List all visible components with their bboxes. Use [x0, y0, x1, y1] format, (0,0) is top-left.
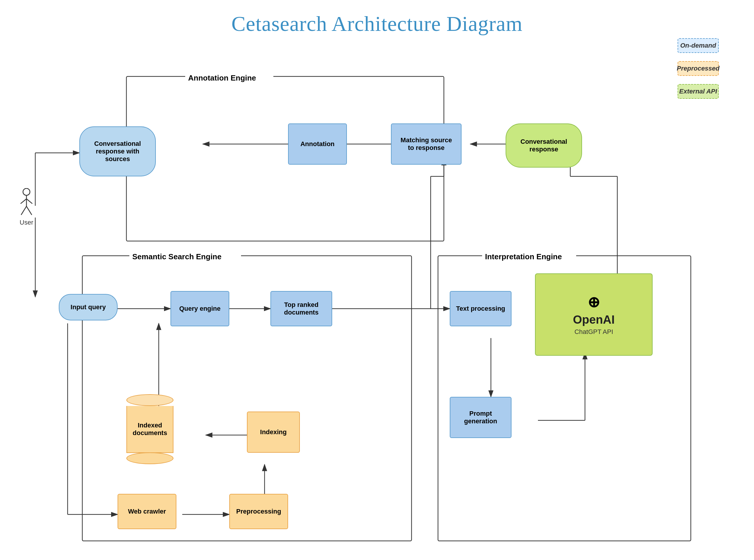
- legend-external: External API: [677, 84, 719, 99]
- conversational-response: Conversational response: [506, 123, 582, 167]
- legend-preprocessed-box: Preprocessed: [677, 61, 719, 76]
- legend-external-box: External API: [677, 84, 719, 99]
- text-processing-box: Text processing: [450, 291, 511, 326]
- legend-ondemand-box: On-demand: [677, 38, 719, 53]
- conversational-response-sources: Conversational response with sources: [79, 126, 156, 176]
- page-title: Cetasearch Architecture Diagram: [0, 0, 754, 36]
- svg-line-34: [21, 199, 26, 203]
- user-label: User: [20, 219, 33, 226]
- input-query: Input query: [59, 294, 118, 320]
- svg-line-37: [26, 206, 32, 215]
- user-figure: User: [18, 188, 35, 226]
- annotation-box: Annotation: [288, 123, 347, 165]
- legend: On-demand Preprocessed External API: [677, 38, 719, 99]
- openai-box: ⊕ OpenAI ChatGPT API: [535, 273, 653, 356]
- svg-line-35: [26, 199, 32, 203]
- query-engine-box: Query engine: [170, 291, 229, 326]
- preprocessing-box: Preprocessing: [229, 494, 288, 529]
- indexing-box: Indexing: [247, 412, 300, 453]
- matching-source-box: Matching source to response: [391, 123, 462, 165]
- indexed-documents: Indexed documents: [121, 394, 179, 464]
- web-crawler-box: Web crawler: [118, 494, 176, 529]
- annotation-engine-label: Annotation Engine: [185, 74, 259, 83]
- legend-ondemand: On-demand: [677, 38, 719, 53]
- top-ranked-documents: Top ranked documents: [270, 291, 332, 326]
- svg-point-32: [23, 188, 30, 196]
- svg-line-36: [21, 206, 26, 215]
- prompt-generation-box: Prompt generation: [450, 397, 511, 438]
- semantic-search-label: Semantic Search Engine: [129, 252, 224, 261]
- interpretation-engine-label: Interpretation Engine: [482, 252, 565, 261]
- legend-preprocessed: Preprocessed: [677, 61, 719, 76]
